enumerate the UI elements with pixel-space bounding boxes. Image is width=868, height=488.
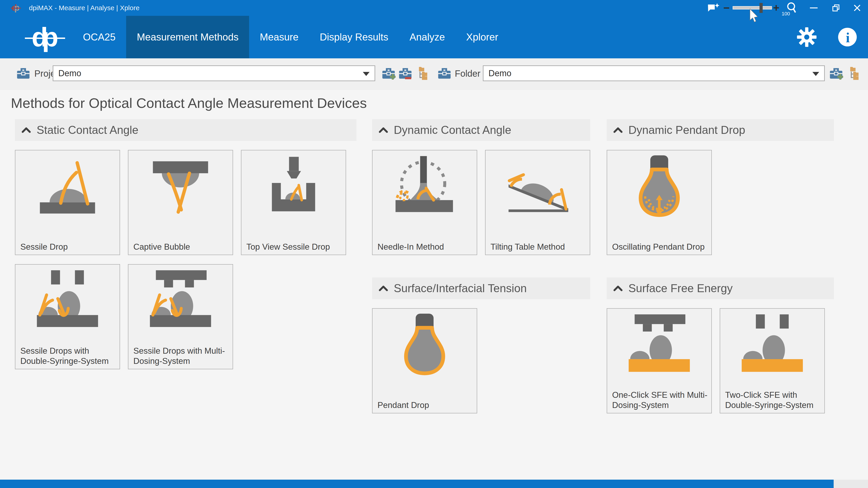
section-title: Static Contact Angle [37, 123, 138, 136]
speech-bubble-icon [708, 4, 715, 11]
dropdown-arrow-icon [812, 72, 819, 76]
needle-in-method-icon [377, 153, 472, 228]
method-label: Sessile Drop [20, 242, 116, 252]
section-dynamic-pendant-drop: Dynamic Pendant Drop Oscillating Pendant… [607, 119, 834, 255]
tab-analyze[interactable]: Analyze [399, 16, 456, 58]
method-label: Sessile Drops with Multi-Dosing-System [133, 346, 229, 366]
close-icon [853, 4, 861, 12]
folder-dropdown-value: Demo [489, 66, 511, 81]
folder-label: Folder [455, 58, 480, 90]
main-navbar: dp OCA25Measurement MethodsMeasureDispla… [0, 16, 868, 58]
folder-briefcase-icon [437, 66, 452, 81]
remove-project-button[interactable] [398, 66, 412, 81]
dropdown-arrow-icon [363, 72, 370, 76]
method-cards: Pendant Drop [372, 308, 590, 414]
tab-measure[interactable]: Measure [249, 16, 309, 58]
add-project-button[interactable] [381, 66, 396, 81]
bottom-corner [834, 480, 868, 488]
section-title: Dynamic Pendant Drop [628, 123, 745, 136]
method-cards: Needle-In Method Tilting Table Method [372, 150, 590, 255]
method-card-top-view-sessile-drop[interactable]: Top View Sessile Drop [241, 150, 346, 255]
info-icon: i [838, 27, 857, 47]
method-label: Tilting Table Method [491, 242, 586, 252]
sessile-drop-icon [20, 153, 115, 228]
method-label: Pendant Drop [377, 400, 473, 410]
method-label: Oscillating Pendant Drop [612, 242, 708, 252]
method-card-two-click-sfe-with-double-syringe-system[interactable]: Two-Click SFE with Double-Syringe-System [720, 308, 825, 414]
restore-icon [832, 4, 840, 12]
method-card-pendant-drop[interactable]: Pendant Drop [372, 308, 477, 414]
top-view-sessile-drop-icon [246, 153, 341, 228]
method-cards: Sessile Drop Captive Bubble Top View Ses… [15, 150, 356, 369]
tab-xplorer[interactable]: Xplorer [456, 16, 509, 58]
section-title: Surface/Interfacial Tension [394, 282, 527, 295]
section-surface-interfacial-tension: Surface/Interfacial Tension Pendant Drop [372, 277, 590, 414]
project-dropdown[interactable]: Demo [53, 65, 375, 81]
method-card-needle-in-method[interactable]: Needle-In Method [372, 150, 477, 255]
chevron-up-icon [379, 127, 388, 133]
star-icon [715, 3, 719, 8]
close-button[interactable] [852, 0, 862, 16]
folder-dropdown[interactable]: Demo [483, 65, 825, 81]
section-header-dynamic-contact-angle[interactable]: Dynamic Contact Angle [372, 119, 590, 141]
one-click-sfe-icon [612, 311, 707, 386]
zoom-in-button[interactable]: + [772, 0, 780, 16]
section-title: Surface Free Energy [628, 282, 733, 295]
method-label: Needle-In Method [377, 242, 473, 252]
oscillating-pendant-drop-icon [612, 153, 707, 228]
project-folder-toolbar: Project Demo Folder Demo [0, 58, 868, 90]
nav-tabs: OCA25Measurement MethodsMeasureDisplay R… [72, 16, 509, 58]
tab-oca25[interactable]: OCA25 [72, 16, 126, 58]
minimize-button[interactable] [809, 0, 819, 16]
tab-display-results[interactable]: Display Results [309, 16, 399, 58]
tab-measurement-methods[interactable]: Measurement Methods [126, 16, 249, 58]
chevron-up-icon [22, 127, 31, 133]
zoom-out-button[interactable]: − [722, 0, 731, 16]
project-briefcase-icon [16, 66, 30, 81]
method-card-oscillating-pendant-drop[interactable]: Oscillating Pendant Drop [607, 150, 712, 255]
gear-icon [797, 27, 817, 47]
method-label: Two-Click SFE with Double-Syringe-System [725, 390, 821, 410]
settings-button[interactable] [797, 27, 817, 47]
info-button[interactable]: i [838, 27, 857, 47]
folder-tree-button[interactable] [847, 66, 860, 80]
sessile-drops-double-syringe-icon [20, 267, 115, 342]
method-label: Sessile Drops with Double-Syringe-System [20, 346, 116, 366]
app-window: dp dpiMAX - Measure | Analyse | Xplore −… [0, 0, 868, 488]
project-tree-button[interactable] [416, 66, 429, 80]
section-static-contact-angle: Static Contact Angle Sessile Drop Captiv… [15, 119, 356, 369]
tilting-table-method-icon [490, 153, 585, 228]
chevron-up-icon [614, 127, 622, 133]
method-label: Captive Bubble [133, 242, 229, 252]
svg-text:i: i [846, 30, 850, 45]
captive-bubble-icon [133, 153, 228, 228]
add-folder-button[interactable] [829, 66, 843, 81]
method-card-captive-bubble[interactable]: Captive Bubble [128, 150, 233, 255]
app-logo: dp [24, 16, 66, 58]
pendant-drop-icon [377, 311, 472, 386]
zoom-slider[interactable] [733, 7, 771, 9]
window-titlebar: dp dpiMAX - Measure | Analyse | Xplore −… [0, 0, 868, 16]
feedback-button[interactable] [707, 3, 720, 14]
section-surface-free-energy: Surface Free Energy One-Click SFE with M… [607, 277, 834, 414]
method-card-one-click-sfe-with-multi-dosing-system[interactable]: One-Click SFE with Multi-Dosing-System [607, 308, 712, 414]
method-cards: One-Click SFE with Multi-Dosing-System T… [607, 308, 834, 414]
minimize-icon [810, 7, 817, 8]
section-header-surface-interfacial-tension[interactable]: Surface/Interfacial Tension [372, 277, 590, 299]
section-title: Dynamic Contact Angle [394, 123, 511, 136]
bottom-accent-bar [0, 480, 834, 488]
method-card-sessile-drops-with-double-syringe-system[interactable]: Sessile Drops with Double-Syringe-System [15, 264, 120, 369]
section-header-static-contact-angle[interactable]: Static Contact Angle [15, 119, 356, 141]
zoom-slider-handle[interactable] [760, 3, 763, 13]
section-header-dynamic-pendant-drop[interactable]: Dynamic Pendant Drop [607, 119, 834, 141]
project-dropdown-value: Demo [58, 66, 81, 81]
method-card-tilting-table-method[interactable]: Tilting Table Method [485, 150, 590, 255]
method-card-sessile-drops-with-multi-dosing-system[interactable]: Sessile Drops with Multi-Dosing-System [128, 264, 233, 369]
app-logo-small-icon: dp [12, 2, 20, 13]
two-click-sfe-icon [725, 311, 820, 386]
section-header-surface-free-energy[interactable]: Surface Free Energy [607, 277, 834, 299]
maximize-button[interactable] [831, 0, 841, 16]
method-label: Top View Sessile Drop [246, 242, 342, 252]
method-card-sessile-drop[interactable]: Sessile Drop [15, 150, 120, 255]
window-title: dpiMAX - Measure | Analyse | Xplore [29, 0, 140, 16]
